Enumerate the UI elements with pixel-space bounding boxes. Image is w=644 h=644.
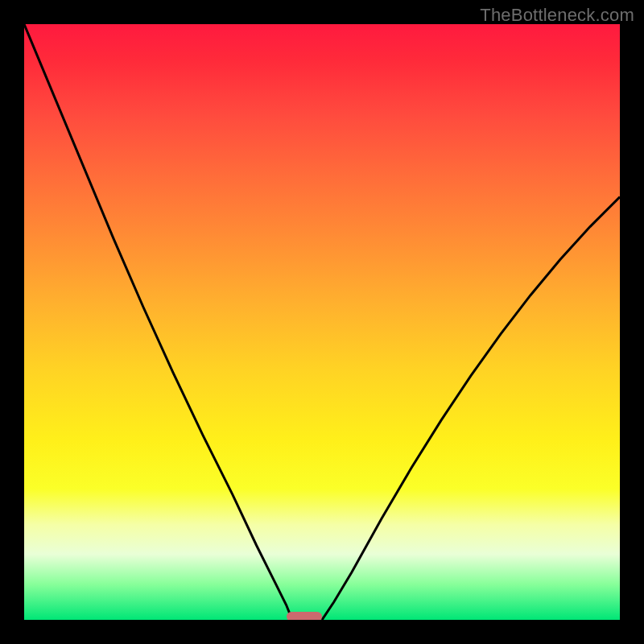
chart-frame: TheBottleneck.com (0, 0, 644, 644)
curve-right (322, 197, 620, 620)
watermark-text: TheBottleneck.com (480, 5, 634, 26)
curve-left (24, 24, 292, 620)
curve-layer (24, 24, 620, 620)
optimum-marker (287, 612, 322, 620)
plot-area (24, 24, 620, 620)
